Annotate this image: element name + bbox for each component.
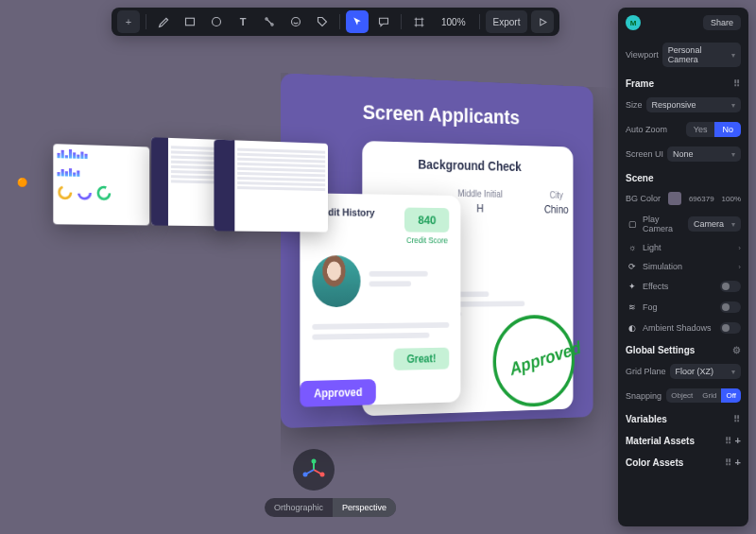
effects-row[interactable]: Effects <box>643 282 716 291</box>
rating-pill: Great! <box>393 348 449 370</box>
add-button[interactable]: + <box>117 10 140 33</box>
fog-icon: ≋ <box>626 302 639 312</box>
playcamera-select[interactable]: Camera▾ <box>688 216 741 232</box>
snapping-toggle[interactable]: ObjectGridOff <box>666 388 741 403</box>
circle-tool-icon[interactable] <box>205 10 228 33</box>
design-thumbnail-2[interactable] <box>151 137 233 226</box>
properties-panel: M Share Viewport Personal Camera▾ Frame⠿… <box>618 8 748 526</box>
main-toolbar: + T 100% Export <box>112 8 559 36</box>
light-icon: ☼ <box>626 243 639 252</box>
frame-tool-icon[interactable] <box>407 10 430 33</box>
pointer-tool-icon[interactable] <box>346 10 369 33</box>
credit-score-value: 840 <box>404 208 449 233</box>
axis-origin-icon: 🟠 <box>17 178 27 187</box>
variables-section[interactable]: Variables <box>626 414 667 424</box>
field-middle-initial: Middle InitialH <box>457 188 502 215</box>
frame-size-select[interactable]: Responsive▾ <box>646 97 741 112</box>
material-settings-icon[interactable]: ⠿ <box>725 436 732 446</box>
hero-card[interactable]: Screen Applicants Background Check Middl… <box>281 73 593 428</box>
svg-point-6 <box>312 459 317 464</box>
zoom-level[interactable]: 100% <box>434 10 473 33</box>
ambient-row[interactable]: Ambient Shadows <box>643 323 716 333</box>
background-check-card[interactable]: Background Check Middle InitialH CityChi… <box>362 141 573 416</box>
svg-point-15 <box>292 18 301 26</box>
smile-tool-icon[interactable] <box>284 10 307 33</box>
camera-icon: ▢ <box>626 219 639 229</box>
rect-tool-icon[interactable] <box>179 10 201 33</box>
export-button[interactable]: Export <box>486 10 528 33</box>
svg-point-2 <box>98 187 110 199</box>
viewport-label: Viewport <box>626 50 659 60</box>
color-section[interactable]: Color Assets <box>626 457 683 468</box>
orientation-gizmo[interactable] <box>293 449 335 491</box>
gridplane-select[interactable]: Floor (XZ)▾ <box>670 364 741 379</box>
svg-point-0 <box>60 186 71 198</box>
hero-title: Screen Applicants <box>299 98 578 132</box>
applicant-avatar <box>312 255 360 307</box>
svg-rect-16 <box>416 19 422 26</box>
share-button[interactable]: Share <box>703 15 741 30</box>
effects-icon: ✦ <box>626 282 639 291</box>
simulation-icon: ⟳ <box>626 262 639 271</box>
credit-score-label: Credit Score <box>404 235 449 245</box>
light-row[interactable]: Light <box>643 243 734 252</box>
comment-tool-icon[interactable] <box>372 10 395 33</box>
credit-history-label: Credit History <box>312 206 374 218</box>
bgcolor-hex[interactable]: 696379 <box>689 195 714 203</box>
frame-settings-icon[interactable]: ⠿ <box>733 78 741 89</box>
ambient-toggle[interactable] <box>720 322 741 334</box>
autozoom-toggle[interactable]: YesNo <box>686 122 741 137</box>
text-tool-icon[interactable]: T <box>232 10 254 33</box>
global-section: Global Settings <box>626 345 695 355</box>
camera-projection-toggle[interactable]: Orthographic Perspective <box>265 498 396 517</box>
card-title: Background Check <box>376 156 561 175</box>
color-settings-icon[interactable]: ⠿ <box>725 457 732 468</box>
pen-tool-icon[interactable] <box>152 10 175 33</box>
svg-point-12 <box>213 18 221 26</box>
fog-row[interactable]: Fog <box>643 302 716 312</box>
user-avatar[interactable]: M <box>626 15 641 30</box>
perspective-option[interactable]: Perspective <box>333 498 396 517</box>
bgcolor-swatch[interactable] <box>668 192 681 205</box>
svg-point-8 <box>320 473 325 477</box>
approved-button[interactable]: Approved <box>300 379 375 407</box>
design-thumbnail-3[interactable] <box>214 140 327 233</box>
viewport-camera-select[interactable]: Personal Camera▾ <box>662 43 741 67</box>
color-add-icon[interactable]: + <box>735 456 741 468</box>
material-add-icon[interactable]: + <box>735 435 741 446</box>
scene-section: Scene <box>626 173 653 183</box>
variables-settings-icon[interactable]: ⠿ <box>733 414 741 424</box>
play-button[interactable] <box>531 10 554 33</box>
credit-history-card[interactable]: Credit History 840 Credit Score Great! A… <box>300 193 460 407</box>
approved-stamp: Approved <box>487 307 581 415</box>
ambient-icon: ◐ <box>626 323 639 333</box>
screenui-select[interactable]: None▾ <box>667 146 741 162</box>
effects-toggle[interactable] <box>720 281 741 292</box>
fog-toggle[interactable] <box>720 301 741 313</box>
path-tool-icon[interactable] <box>258 10 281 33</box>
orthographic-option[interactable]: Orthographic <box>265 498 333 517</box>
svg-point-10 <box>303 473 308 477</box>
frame-section: Frame <box>626 78 654 89</box>
global-settings-icon[interactable]: ⚙ <box>732 345 741 355</box>
design-thumbnail-1[interactable] <box>53 144 149 225</box>
svg-point-1 <box>78 186 90 198</box>
field-city: CityChino <box>544 190 569 215</box>
material-section[interactable]: Material Assets <box>626 436 695 446</box>
tag-tool-icon[interactable] <box>311 10 334 33</box>
simulation-row[interactable]: Simulation <box>643 262 734 271</box>
bgcolor-opacity[interactable]: 100% <box>722 195 741 203</box>
svg-rect-11 <box>186 18 195 26</box>
